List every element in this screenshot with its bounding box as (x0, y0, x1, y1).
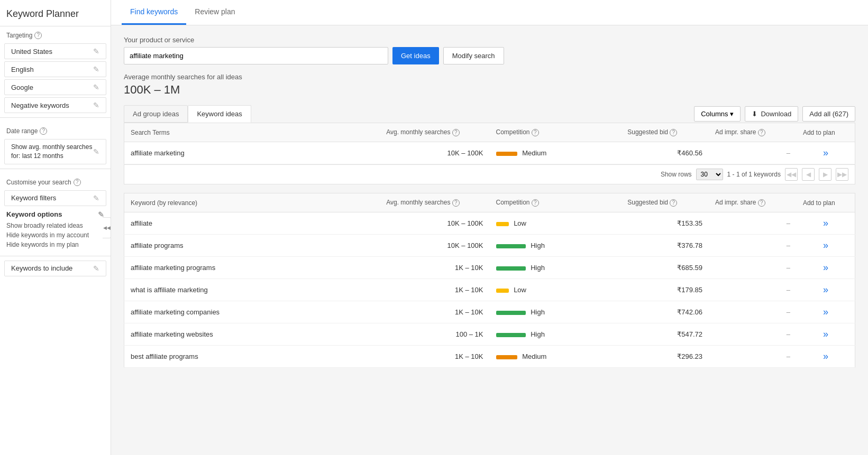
tab-keyword-ideas[interactable]: Keyword ideas (188, 105, 251, 123)
edit-location-icon[interactable]: ✎ (93, 47, 99, 55)
ki-keyword: affiliate marketing programs (124, 257, 380, 279)
tab-review-plan[interactable]: Review plan (186, 0, 243, 25)
targeting-label: Targeting ? (0, 26, 111, 41)
ad-impr-share-help-icon[interactable]: ? (758, 129, 765, 136)
ki-add[interactable]: » (797, 301, 855, 323)
edit-keywords-to-include-icon[interactable]: ✎ (93, 264, 99, 273)
search-term-keyword: affiliate marketing (124, 142, 380, 164)
ki-add-to-plan-button[interactable]: » (821, 329, 830, 340)
ki-competition-bar (496, 222, 509, 226)
search-bar: Get ideas Modify search (124, 47, 855, 64)
th-ki-suggested-bid: Suggested bid ? (621, 193, 709, 212)
columns-button[interactable]: Columns ▾ (694, 106, 741, 122)
th-ki-avg-monthly: Avg. monthly searches ? (380, 193, 489, 212)
targeting-help-icon[interactable]: ? (34, 32, 42, 39)
ki-add-to-plan-button[interactable]: » (821, 262, 830, 273)
add-to-plan-button[interactable]: » (821, 147, 830, 159)
keyword-filters-item[interactable]: Keyword filters ✎ (4, 190, 106, 206)
ki-competition: Low (490, 212, 622, 235)
negative-keywords-item[interactable]: Negative keywords ✎ (4, 97, 106, 113)
ki-add[interactable]: » (797, 323, 855, 346)
ki-competition-bar (496, 289, 509, 293)
th-ki-add-to-plan: Add to plan (797, 193, 855, 212)
avg-searches-label: Average monthly searches for all ideas (124, 73, 855, 81)
keyword-idea-row: affiliate marketing programs 1K – 10K Hi… (124, 257, 855, 279)
ki-add-to-plan-button[interactable]: » (821, 218, 830, 229)
ki-suggested-bid: ₹547.72 (621, 323, 709, 346)
search-terms-table: Search Terms Avg. monthly searches ? Com… (124, 123, 855, 164)
edit-keyword-filters-icon[interactable]: ✎ (93, 194, 99, 202)
ki-add[interactable]: » (797, 212, 855, 235)
sidebar-collapse-btn[interactable]: ◀◀ (103, 217, 111, 238)
ki-add-to-plan-button[interactable]: » (821, 240, 830, 251)
ki-avg-monthly: 10K – 100K (380, 235, 489, 257)
th-keyword-by-relevance: Keyword (by relevance) (124, 193, 380, 212)
ki-competition: High (490, 235, 622, 257)
search-term-competition: Medium (490, 142, 622, 164)
th-avg-monthly: Avg. monthly searches ? (380, 123, 489, 142)
ki-competition-help-icon[interactable]: ? (532, 199, 539, 207)
pagination-last-btn[interactable]: ▶▶ (836, 168, 848, 181)
main-content: Find keywords Review plan Your product o… (111, 0, 868, 455)
th-suggested-bid: Suggested bid ? (621, 123, 709, 142)
ki-avg-monthly: 1K – 10K (380, 301, 489, 323)
get-ideas-button[interactable]: Get ideas (392, 47, 439, 64)
ki-ad-share-help-icon[interactable]: ? (758, 199, 765, 207)
ki-add-to-plan-button[interactable]: » (821, 284, 830, 295)
ki-suggested-bid: ₹685.59 (621, 257, 709, 279)
ki-avg-help-icon[interactable]: ? (452, 199, 460, 207)
ki-competition: High (490, 301, 622, 323)
ki-suggested-bid: ₹296.23 (621, 346, 709, 368)
ki-add[interactable]: » (797, 257, 855, 279)
date-range-help-icon[interactable]: ? (40, 127, 47, 135)
keyword-tabs: Ad group ideas Keyword ideas (124, 105, 251, 123)
search-term-bid: ₹460.56 (621, 142, 709, 164)
edit-network-icon[interactable]: ✎ (93, 83, 99, 91)
keyword-option-3: Hide keywords in my plan (6, 240, 104, 249)
date-range-item[interactable]: Show avg. monthly searches for: last 12 … (4, 139, 106, 164)
ki-add-to-plan-button[interactable]: » (821, 351, 830, 362)
competition-help-icon[interactable]: ? (532, 129, 539, 136)
targeting-language[interactable]: English ✎ (4, 61, 106, 77)
ki-avg-monthly: 1K – 10K (380, 257, 489, 279)
pagination-first-btn[interactable]: ◀◀ (785, 168, 798, 181)
th-search-terms: Search Terms (124, 123, 380, 142)
edit-negative-kw-icon[interactable]: ✎ (93, 101, 99, 109)
customise-label: Customise your search ? (0, 173, 111, 188)
ki-add[interactable]: » (797, 346, 855, 368)
download-button[interactable]: ⬇ Download (745, 106, 798, 122)
suggested-bid-help-icon[interactable]: ? (670, 129, 677, 136)
pagination-next-btn[interactable]: ▶ (819, 168, 832, 181)
ki-add[interactable]: » (797, 279, 855, 301)
avg-monthly-help-icon[interactable]: ? (452, 129, 460, 136)
tab-ad-group-ideas[interactable]: Ad group ideas (124, 105, 188, 123)
keyword-options-section: Keyword options ✎ Show broadly related i… (0, 208, 111, 252)
ki-suggested-bid: ₹153.35 (621, 212, 709, 235)
keyword-option-1: Show broadly related ideas (6, 221, 104, 230)
th-ad-impr-share: Ad impr. share ? (709, 123, 797, 142)
ki-bid-help-icon[interactable]: ? (670, 199, 677, 207)
add-all-button[interactable]: Add all (627) (802, 106, 855, 122)
tab-find-keywords[interactable]: Find keywords (122, 0, 186, 25)
ki-keyword: best affiliate programs (124, 346, 380, 368)
edit-language-icon[interactable]: ✎ (93, 65, 99, 73)
search-input[interactable] (124, 47, 388, 64)
keyword-options-title: Keyword options ✎ (6, 210, 104, 219)
customise-help-icon[interactable]: ? (74, 179, 81, 186)
ki-add-to-plan-button[interactable]: » (821, 307, 830, 318)
chevron-down-icon: ▾ (730, 110, 734, 118)
search-term-add[interactable]: » (797, 142, 855, 164)
competition-bar (496, 152, 517, 156)
toolbar: Columns ▾ ⬇ Download Add all (627) (694, 106, 855, 123)
ki-add[interactable]: » (797, 235, 855, 257)
search-term-avg-monthly: 10K – 100K (380, 142, 489, 164)
modify-search-button[interactable]: Modify search (443, 47, 504, 64)
targeting-network[interactable]: Google ✎ (4, 79, 106, 95)
edit-date-range-icon[interactable]: ✎ (93, 147, 99, 156)
th-ki-competition: Competition ? (490, 193, 622, 212)
pagination-prev-btn[interactable]: ◀ (802, 168, 815, 181)
sidebar-divider-3 (0, 256, 111, 256)
rows-per-page-select[interactable]: 30 50 100 (696, 169, 723, 180)
targeting-location[interactable]: United States ✎ (4, 43, 106, 59)
keywords-to-include-item[interactable]: Keywords to include ✎ (4, 261, 106, 276)
